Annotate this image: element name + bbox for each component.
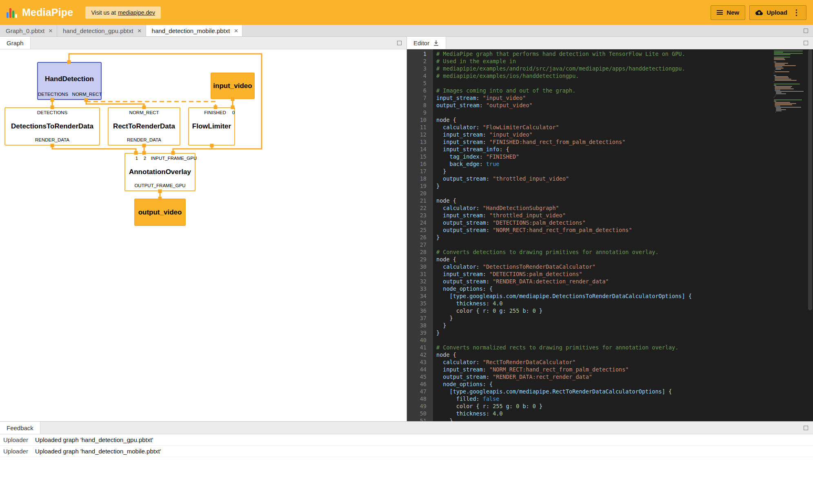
port-label: NORM_RECT bbox=[109, 110, 180, 115]
download-icon[interactable] bbox=[433, 40, 439, 46]
new-button[interactable]: New bbox=[711, 5, 745, 20]
maximize-panel-icon[interactable] bbox=[804, 29, 808, 33]
edge-throttled-to-annotation bbox=[173, 149, 212, 153]
feedback-source: Uploader bbox=[3, 436, 35, 443]
file-tab-label: hand_detection_mobile.pbtxt bbox=[152, 27, 230, 34]
close-tab-icon[interactable]: × bbox=[49, 27, 53, 34]
graph-panel-strip: Graph bbox=[0, 37, 406, 49]
editor-panel: Editor 123456789101112131415161718192021… bbox=[407, 37, 813, 421]
editor-panel-strip: Editor bbox=[407, 37, 813, 49]
code-content[interactable]: # MediaPipe graph that performs hand det… bbox=[433, 49, 774, 421]
line-number-gutter: 1234567891011121314151617181920212223242… bbox=[407, 49, 433, 421]
graph-edges bbox=[0, 49, 406, 421]
menu-icon bbox=[717, 10, 723, 15]
mediapipe-logo bbox=[7, 7, 17, 18]
port-label: INPUT_FRAME_GPU bbox=[151, 156, 197, 161]
edge-normrect-to-rect bbox=[86, 100, 144, 107]
node-title: DetectionsToRenderData bbox=[5, 122, 99, 130]
maximize-graph-icon[interactable] bbox=[397, 41, 402, 45]
port-label: NORM_RECT bbox=[72, 92, 102, 97]
visit-prefix: Visit us at bbox=[91, 9, 116, 16]
edge-renderdata-1 bbox=[52, 146, 136, 153]
tab-feedback[interactable]: Feedback bbox=[0, 422, 40, 434]
graph-panel: Graph HandDetection DETECTIONS NORM_RECT… bbox=[0, 37, 407, 421]
tab-editor[interactable]: Editor bbox=[407, 37, 446, 49]
file-tab-bar: Graph_0.pbtxt × hand_detection_gpu.pbtxt… bbox=[0, 25, 813, 37]
port-label: RENDER_DATA bbox=[109, 137, 180, 142]
node-title: HandDetection bbox=[38, 75, 101, 83]
node-title: input_video bbox=[211, 82, 254, 90]
port-label: OUTPUT_FRAME_GPU bbox=[125, 183, 195, 188]
graph-node-recttorenderdata[interactable]: NORM_RECT RectToRenderData RENDER_DATA bbox=[108, 107, 180, 146]
upload-menu-icon[interactable]: ⋮ bbox=[793, 9, 800, 16]
app-header: MediaPipe Visit us at mediapipe.dev New … bbox=[0, 0, 813, 25]
editor-tab-label: Editor bbox=[413, 40, 429, 46]
code-editor[interactable]: 1234567891011121314151617181920212223242… bbox=[407, 49, 813, 421]
file-tab-label: hand_detection_gpu.pbtxt bbox=[63, 27, 133, 34]
graph-node-flowlimiter[interactable]: FINISHED 0 FlowLimiter bbox=[188, 107, 235, 146]
graph-tab-label: Graph bbox=[7, 40, 24, 46]
upload-button[interactable]: Upload ⋮ bbox=[749, 5, 806, 20]
feedback-row: Uploader Uploaded graph 'hand_detection_… bbox=[0, 446, 813, 457]
feedback-row: Uploader Uploaded graph 'hand_detection_… bbox=[0, 434, 813, 446]
maximize-feedback-icon[interactable] bbox=[804, 426, 808, 430]
node-title: AnnotationOverlay bbox=[125, 168, 195, 176]
graph-node-detectionstorenderdata[interactable]: DETECTIONS DetectionsToRenderData RENDER… bbox=[4, 107, 100, 146]
mediapipe-dev-link[interactable]: mediapipe.dev bbox=[118, 9, 155, 16]
feedback-message: Uploaded graph 'hand_detection_mobile.pb… bbox=[35, 448, 161, 455]
new-button-label: New bbox=[726, 9, 739, 16]
file-tab-label: Graph_0.pbtxt bbox=[6, 27, 44, 34]
visit-badge: Visit us at mediapipe.dev bbox=[85, 7, 161, 19]
feedback-tab-label: Feedback bbox=[7, 424, 33, 431]
editor-scrollbar[interactable] bbox=[807, 49, 813, 421]
port-label: FINISHED bbox=[204, 110, 226, 115]
graph-node-annotationoverlay[interactable]: 1 2 INPUT_FRAME_GPU AnnotationOverlay OU… bbox=[124, 153, 195, 191]
graph-node-input-video[interactable]: input_video bbox=[211, 73, 255, 99]
editor-minimap[interactable] bbox=[774, 51, 806, 113]
feedback-message: Uploaded graph 'hand_detection_gpu.pbtxt… bbox=[35, 436, 153, 443]
node-title: FlowLimiter bbox=[189, 122, 234, 130]
port-label: RENDER_DATA bbox=[5, 137, 99, 142]
feedback-log: Uploader Uploaded graph 'hand_detection_… bbox=[0, 434, 813, 504]
maximize-editor-icon[interactable] bbox=[804, 41, 808, 45]
file-tab-hand-detection-gpu[interactable]: hand_detection_gpu.pbtxt × bbox=[57, 25, 146, 36]
close-tab-icon[interactable]: × bbox=[234, 27, 238, 34]
node-title: output_video bbox=[135, 208, 185, 217]
graph-node-output-video[interactable]: output_video bbox=[134, 199, 186, 226]
port-label: 1 bbox=[136, 156, 138, 161]
port-label: DETECTIONS bbox=[38, 92, 68, 97]
port-label: 0 bbox=[232, 110, 235, 115]
port-label: DETECTIONS bbox=[5, 110, 99, 115]
app-title: MediaPipe bbox=[22, 7, 73, 18]
tab-graph[interactable]: Graph bbox=[0, 37, 31, 49]
graph-canvas[interactable]: HandDetection DETECTIONS NORM_RECT input… bbox=[0, 49, 406, 421]
feedback-panel: Feedback Uploader Uploaded graph 'hand_d… bbox=[0, 421, 813, 504]
close-tab-icon[interactable]: × bbox=[138, 27, 142, 34]
edge-back-edge-finished bbox=[86, 102, 215, 107]
cloud-upload-icon bbox=[755, 10, 763, 15]
upload-button-label: Upload bbox=[766, 9, 787, 16]
scrollbar-thumb[interactable] bbox=[808, 49, 812, 310]
file-tab-graph-0[interactable]: Graph_0.pbtxt × bbox=[0, 25, 57, 36]
graph-node-handdetection[interactable]: HandDetection DETECTIONS NORM_RECT bbox=[37, 62, 102, 100]
port-label: 2 bbox=[144, 156, 146, 161]
feedback-panel-strip: Feedback bbox=[0, 422, 813, 434]
node-title: RectToRenderData bbox=[109, 122, 180, 130]
file-tab-hand-detection-mobile[interactable]: hand_detection_mobile.pbtxt × bbox=[146, 25, 243, 36]
feedback-source: Uploader bbox=[3, 448, 35, 455]
